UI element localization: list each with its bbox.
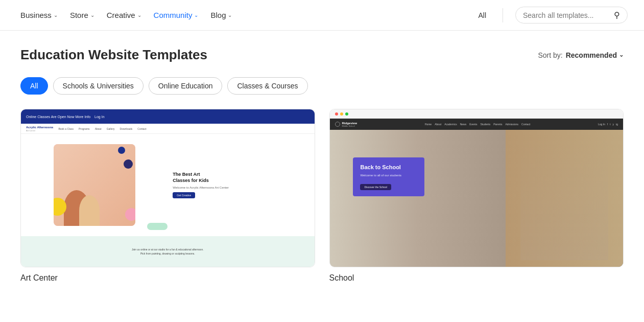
- filter-all[interactable]: All: [20, 77, 48, 95]
- mock-school-discover-btn: Discover the School: [360, 184, 391, 190]
- mock-art-sub: Welcome to Acrylic Afternoons Art Center: [173, 186, 309, 189]
- mock-school-social-yt: y: [613, 123, 614, 126]
- template-name-school: School: [329, 273, 624, 283]
- mock-school-social-fb: f: [607, 123, 608, 126]
- nav-business-chevron: ⌄: [54, 12, 58, 18]
- nav-blog[interactable]: Blog ⌄: [206, 8, 236, 22]
- nav-creative-label: Creative: [107, 11, 135, 19]
- mock-school-social-tw: t: [610, 123, 610, 126]
- mock-school-hero-overlay: Back to School Welcome to all of our stu…: [353, 157, 424, 197]
- mock-school-social-ig: ig: [616, 123, 618, 126]
- nav-store-chevron: ⌄: [90, 12, 94, 18]
- search-icon[interactable]: ⚲: [614, 10, 620, 20]
- mock-school-logo-sub: Middle School: [342, 125, 357, 127]
- nav-divider: [503, 8, 503, 22]
- sort-by-dropdown[interactable]: Recommended ⌄: [566, 51, 624, 59]
- template-thumb-art-center: Online Classes Are Open Now More Info Lo…: [20, 109, 315, 267]
- nav-all-label[interactable]: All: [474, 9, 490, 21]
- mock-school-nav-students: Students: [480, 123, 490, 126]
- mock-school-nav-contact: Contact: [521, 123, 530, 126]
- filter-tabs: All Schools & Universities Online Educat…: [20, 77, 624, 95]
- main-content: Education Website Templates Sort by: Rec…: [0, 31, 644, 299]
- nav-business[interactable]: Business ⌄: [16, 8, 62, 22]
- sort-chevron-icon: ⌄: [619, 52, 624, 58]
- nav-creative[interactable]: Creative ⌄: [103, 8, 146, 22]
- nav-blog-label: Blog: [210, 11, 226, 19]
- page-title: Education Website Templates: [20, 47, 207, 63]
- mock-art-headline: The Best ArtClasses for Kids: [173, 172, 309, 183]
- mock-school-nav-academics: Academics: [444, 123, 457, 126]
- nav-creative-chevron: ⌄: [137, 12, 141, 18]
- filter-classes[interactable]: Classes & Courses: [227, 77, 307, 95]
- filter-online[interactable]: Online Education: [149, 77, 223, 95]
- mock-art-nav-contact: Contact: [137, 127, 146, 130]
- navbar: Business ⌄ Store ⌄ Creative ⌄ Community …: [0, 0, 644, 31]
- page-header: Education Website Templates Sort by: Rec…: [20, 47, 624, 63]
- mock-art-cta-btn: Get Creative: [173, 192, 195, 198]
- mock-school-nav-news: News: [460, 123, 467, 126]
- template-card-school[interactable]: Ridgeview Middle School Home About Acade…: [329, 109, 624, 283]
- nav-store-label: Store: [70, 11, 88, 19]
- template-card-art-center[interactable]: Online Classes Are Open Now More Info Lo…: [20, 109, 315, 283]
- nav-blog-chevron: ⌄: [228, 12, 232, 18]
- mock-art-nav-programs: Programs: [79, 127, 90, 130]
- mock-art-logo: Acrylic AfternoonsArt Center: [26, 126, 53, 132]
- nav-business-label: Business: [20, 11, 52, 19]
- mock-art-top-bar-text: Online Classes Are Open Now More Info: [26, 115, 90, 119]
- sort-by-label: Sort by:: [538, 51, 562, 59]
- mock-school-logo-text: Ridgeview: [342, 122, 357, 125]
- nav-community-label: Community: [154, 11, 193, 19]
- mock-school-hero-headline: Back to School: [360, 164, 417, 171]
- mock-art-nav-about: About: [95, 127, 102, 130]
- mock-art-login: Log In: [94, 115, 104, 119]
- sort-by: Sort by: Recommended ⌄: [538, 51, 624, 59]
- mock-art-footer-text: Join us online or at our studio for a fu…: [132, 247, 204, 256]
- template-thumb-school: Ridgeview Middle School Home About Acade…: [329, 109, 624, 267]
- mock-school-hero-sub: Welcome to all of our students: [360, 173, 417, 177]
- template-name-art-center: Art Center: [20, 273, 315, 283]
- mock-art-nav-gallery: Gallery: [107, 127, 115, 130]
- mock-art-nav-book: Book a Class: [58, 127, 73, 130]
- search-bar: ⚲: [515, 7, 628, 24]
- mock-school-nav-about: About: [435, 123, 441, 126]
- nav-community[interactable]: Community ⌄: [150, 8, 203, 22]
- nav-store[interactable]: Store ⌄: [66, 8, 99, 22]
- mock-school-nav-admissions: Admissions: [505, 123, 518, 126]
- mock-school-login-btn: Log In: [598, 123, 605, 126]
- search-input[interactable]: [523, 11, 610, 19]
- mock-school-window-controls: [330, 109, 624, 119]
- mock-school-nav-home: Home: [425, 123, 432, 126]
- mock-art-nav-downloads: Downloads: [120, 127, 133, 130]
- nav-community-chevron: ⌄: [194, 12, 198, 18]
- filter-schools[interactable]: Schools & Universities: [53, 77, 144, 95]
- mock-school-nav-parents: Parents: [493, 123, 502, 126]
- template-grid: Online Classes Are Open Now More Info Lo…: [20, 109, 624, 283]
- mock-school-nav-events: Events: [469, 123, 477, 126]
